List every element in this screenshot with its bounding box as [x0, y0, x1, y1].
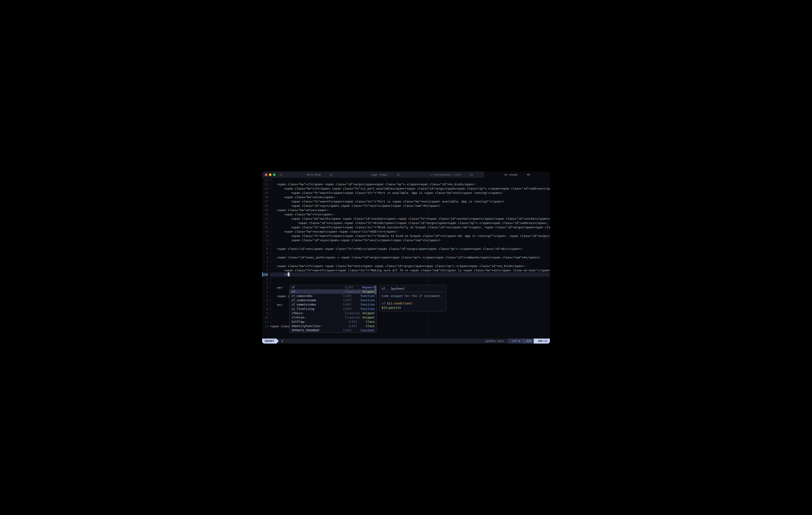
code-line[interactable]: · · <span class="kw">try</span>:⏎	[270, 212, 550, 216]
completion-kind: Class	[366, 320, 375, 324]
line-number: 5	[263, 251, 268, 255]
line-number: 9	[263, 311, 268, 315]
code-line[interactable]: ⏎	[270, 277, 550, 281]
code-line[interactable]: · <span class="id">exec_path</span> = <s…	[270, 255, 550, 260]
window-controls	[262, 174, 278, 176]
code-line[interactable]: · <span class="kw">if</span> <span class…	[270, 264, 550, 268]
code-line[interactable]: · · <span class="kw">except</span> <span…	[270, 230, 550, 234]
code-line[interactable]: · · <span class="fn">warnf</span>(<span …	[270, 268, 550, 272]
completion-label: ifmain~	[291, 311, 345, 315]
completion-item[interactable]: if_nametoindex[LSP]Function	[290, 302, 377, 307]
minimize-icon[interactable]	[269, 174, 271, 176]
code-line[interactable]: · · · · <span class="id">s</span>.<span …	[270, 221, 550, 225]
completion-label: is_finalizing	[291, 307, 343, 311]
line-number: 3	[263, 260, 268, 264]
tab-nvim-blog[interactable]: Nvim Blog ⌘1	[287, 172, 352, 178]
completion-kind: Constant	[360, 328, 375, 332]
code-line[interactable]: · <span class="kw">if</span> <span class…	[270, 182, 550, 186]
completion-item[interactable]: if_indextoname[LSP]Function	[290, 298, 377, 302]
completion-source: [LSP]	[348, 320, 366, 324]
tab-bar: ⌘1 Nvim Blog ⌘1 hugo (hugo) ⌘2 ~/.config…	[262, 172, 550, 178]
doc-body: Code snippet for the if statement.	[381, 294, 444, 298]
line-number: 5	[263, 294, 268, 298]
completion-kind: Function	[360, 298, 375, 302]
branch-name: m	[281, 339, 283, 343]
app-shortcut: ⌘1	[280, 174, 282, 176]
tab-label: nv (nvim)	[504, 173, 518, 176]
code-line[interactable]: · · <span class="kw">else</span>:⏎	[270, 195, 550, 199]
line-number: 14	[263, 212, 268, 216]
terminal-window: ⌘1 Nvim Blog ⌘1 hugo (hugo) ⌘2 ~/.config…	[262, 172, 550, 343]
line-number: 20	[263, 186, 268, 191]
line-number: 16	[263, 204, 268, 208]
line-number: 2	[263, 264, 268, 268]
code-line[interactable]: · · · <span class="fn">warnf</span>(<spa…	[270, 199, 550, 204]
code-line[interactable]: ⏎	[270, 178, 550, 182]
completion-item[interactable]: if/else~[luasnip]Snippet	[290, 315, 377, 320]
completion-label: if_indextoname	[291, 298, 343, 302]
completion-item[interactable]: if_nameindex[LSP]Function	[290, 294, 377, 298]
code-line[interactable]: · · · <span class="fn">warnf</span>(<spa…	[270, 225, 550, 230]
code-line[interactable]: ⏎	[270, 260, 550, 264]
zoom-icon[interactable]	[273, 174, 276, 176]
line-number: 8	[263, 238, 268, 242]
completion-label: if_nametoindex	[291, 302, 343, 307]
line-number: 15	[263, 208, 268, 212]
completion-item[interactable]: IPPROTO_FRAGMENT[LSP]Constant	[290, 328, 377, 332]
tab-shortcut: ⌘3	[470, 174, 473, 176]
completion-source: [luasnip]	[345, 315, 362, 320]
tab-label: Nvim Blog	[307, 173, 321, 176]
doc-snippet: if ${1:condition}:	[381, 301, 444, 305]
tab-shortcut: ⌘1	[330, 174, 332, 176]
close-icon[interactable]	[265, 174, 267, 176]
scrollbar-thumb[interactable]	[375, 285, 376, 295]
line-number: 17	[263, 199, 268, 204]
line-number: 12	[263, 221, 268, 225]
tab-hugo[interactable]: hugo (hugo) ⌘2	[352, 172, 418, 178]
completion-kind: Snippet	[362, 290, 375, 294]
completion-item[interactable]: ifmain~[luasnip]Snippet	[290, 311, 377, 315]
mode-indicator: INSERT	[262, 339, 277, 343]
completion-kind: Snippet	[362, 311, 375, 315]
code-line[interactable]: · · · <span class="kw">with</span> <span…	[270, 216, 550, 221]
line-number: 9	[263, 234, 268, 238]
editor[interactable]: 2221201918171615141312111098765432110612…	[262, 178, 550, 339]
status-line: INSERT m python unix utf-8 89% 106:11	[262, 339, 550, 343]
code-line[interactable]: ⏎	[270, 251, 550, 255]
code-line[interactable]: ⏎	[270, 242, 550, 247]
completion-label: IdentityFunction~	[291, 324, 348, 328]
completion-item[interactable]: if~[luasnip]Snippet	[290, 290, 377, 294]
tab-label: hugo (hugo)	[371, 173, 388, 176]
code-line[interactable]: · · · <span class="fn">warnf</span>(<spa…	[270, 191, 550, 195]
completion-item[interactable]: if[LSP]Keyword	[290, 285, 377, 290]
tab-config-nvim[interactable]: ~/.config/nvim (-zsh) ⌘3	[418, 172, 484, 178]
code-line[interactable]: · · · <span class="id">sys</span>.<span …	[270, 204, 550, 208]
code-line[interactable]: · · · <span class="fn">warnf</span>(<spa…	[270, 234, 550, 238]
code-line[interactable]: · · · <span class="id">sys</span>.<span …	[270, 238, 550, 242]
completion-label: if~	[291, 290, 345, 294]
completion-item[interactable]: IdentityFunction~[LSP]Class	[290, 324, 377, 328]
completion-item[interactable]: IntFlag~[LSP]Class	[290, 320, 377, 324]
line-number: 21	[263, 182, 268, 186]
line-number: 4	[263, 290, 268, 294]
completion-popup[interactable]: if[LSP]Keywordif~[luasnip]Snippetif_name…	[289, 285, 377, 333]
completion-source: [LSP]	[345, 285, 362, 290]
completion-kind: Function	[360, 302, 375, 307]
completion-source: [LSP]	[343, 302, 360, 307]
code-line[interactable]: · <span class="kw">else</span>:⏎	[270, 208, 550, 212]
code-line[interactable]: · <span class="id">os</span>.<span class…	[270, 247, 550, 251]
code-line[interactable]: · · <span class="kw">if</span> <span cla…	[270, 186, 550, 191]
line-number: 106	[263, 272, 268, 277]
tab-nv-nvim[interactable]: nv (nvim) ⌘4	[484, 172, 550, 178]
completion-source: [LSP]	[348, 324, 366, 328]
completion-kind: Class	[366, 324, 375, 328]
code-line[interactable]: · · if⏎	[270, 272, 550, 277]
completion-kind: Function	[360, 294, 375, 298]
line-number: 18	[263, 195, 268, 199]
percent-segment: 89%	[522, 339, 534, 343]
os: unix	[497, 339, 504, 343]
completion-item[interactable]: is_finalizing[LSP]Function	[290, 307, 377, 311]
line-number: 11	[263, 225, 268, 230]
line-number: 1	[263, 277, 268, 281]
completion-kind: Function	[360, 307, 375, 311]
